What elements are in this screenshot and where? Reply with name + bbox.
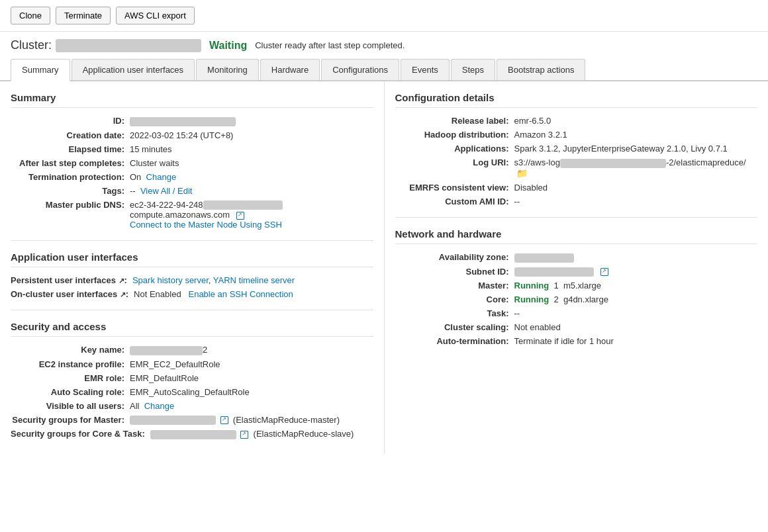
core-value: Running 2 g4dn.xlarge	[514, 294, 758, 304]
ssh-connect-link[interactable]: Connect to the Master Node Using SSH	[130, 220, 282, 230]
cluster-id-blur	[56, 39, 201, 52]
auto-termination-row: Auto-termination: Terminate if idle for …	[395, 336, 758, 346]
aws-cli-button[interactable]: AWS CLI export	[116, 7, 195, 24]
enable-ssh-link[interactable]: Enable an SSH Connection	[188, 289, 293, 299]
release-label-row: Release label: emr-6.5.0	[395, 116, 758, 126]
subnet-row: Subnet ID:	[395, 267, 758, 277]
elapsed-time-value: 15 minutes	[130, 144, 373, 154]
yarn-timeline-link[interactable]: YARN timeline server	[213, 275, 295, 285]
terminate-button[interactable]: Terminate	[56, 7, 111, 24]
tab-app-interfaces[interactable]: Application user interfaces	[72, 59, 195, 80]
custom-ami-value: --	[514, 197, 758, 206]
summary-section-title: Summary	[11, 92, 373, 108]
cluster-status-waiting: Waiting	[209, 40, 247, 52]
termination-change-link[interactable]: Change	[146, 172, 177, 182]
az-blur	[514, 253, 574, 263]
release-label-key: Release label:	[395, 116, 514, 126]
master-dns-row: Master public DNS: ec2-34-222-94-248comp…	[11, 200, 373, 230]
log-uri-folder-icon: 📁	[516, 168, 528, 179]
ec2-profile-row: EC2 instance profile: EMR_EC2_DefaultRol…	[11, 359, 373, 369]
summary-divider	[11, 240, 373, 241]
termination-protection-value: On Change	[130, 172, 373, 182]
tags-label: Tags:	[11, 186, 130, 196]
log-uri-value: s3://aws-log-2/elasticmapreduce/ 📁	[514, 157, 758, 179]
security-groups-master-row: Security groups for Master: (ElasticMapR…	[11, 415, 373, 425]
emrfs-value: Disabled	[514, 183, 758, 193]
cluster-status-description: Cluster ready after last step completed.	[255, 40, 405, 50]
termination-protection-row: Termination protection: On Change	[11, 172, 373, 182]
visible-change-link[interactable]: Change	[144, 401, 175, 411]
tab-bootstrap-actions[interactable]: Bootstrap actions	[497, 59, 585, 80]
task-key: Task:	[395, 308, 514, 318]
network-section-title: Network and hardware	[395, 228, 758, 244]
master-running-badge: Running	[514, 281, 550, 290]
core-row: Core: Running 2 g4dn.xlarge	[395, 294, 758, 304]
key-name-value: 2	[130, 345, 373, 355]
on-cluster-ui-value: Not Enabled Enable an SSH Connection	[134, 289, 373, 299]
master-dns-blur	[203, 200, 283, 210]
summary-table: ID: Creation date: 2022-03-02 15:24 (UTC…	[11, 116, 373, 230]
app-divider	[11, 310, 373, 310]
spark-history-link[interactable]: Spark history server	[132, 275, 209, 285]
app-interfaces-table: Persistent user interfaces ↗: Spark hist…	[11, 275, 373, 299]
core-key: Core:	[395, 294, 514, 304]
config-section-title: Configuration details	[395, 92, 758, 108]
tab-hardware[interactable]: Hardware	[260, 59, 320, 80]
custom-ami-key: Custom AMI ID:	[395, 197, 514, 206]
on-cluster-ui-label: On-cluster user interfaces ↗:	[11, 289, 134, 299]
log-uri-row: Log URI: s3://aws-log-2/elasticmapreduce…	[395, 157, 758, 179]
after-last-step-row: After last step completes: Cluster waits	[11, 158, 373, 168]
tags-value: -- View All / Edit	[130, 186, 373, 196]
elapsed-time-label: Elapsed time:	[11, 144, 130, 154]
applications-key: Applications:	[395, 144, 514, 154]
security-core-blur	[150, 430, 236, 439]
auto-scaling-role-value: EMR_AutoScaling_DefaultRole	[130, 387, 373, 397]
subnet-external-icon[interactable]	[600, 268, 608, 276]
tab-monitoring[interactable]: Monitoring	[196, 59, 259, 80]
master-value: Running 1 m5.xlarge	[514, 281, 758, 290]
key-name-blur	[130, 346, 203, 355]
auto-scaling-role-label: Auto Scaling role:	[11, 387, 130, 397]
emr-role-label: EMR role:	[11, 373, 130, 383]
emrfs-row: EMRFS consistent view: Disabled	[395, 183, 758, 193]
security-groups-master-label: Security groups for Master:	[11, 415, 130, 425]
auto-termination-key: Auto-termination:	[395, 336, 514, 346]
auto-scaling-role-row: Auto Scaling role: EMR_AutoScaling_Defau…	[11, 387, 373, 397]
id-label: ID:	[11, 116, 130, 126]
tabs-bar: Summary Application user interfaces Moni…	[0, 59, 768, 81]
visible-all-label: Visible to all users:	[11, 401, 130, 411]
view-all-tags-link[interactable]: View All / Edit	[140, 186, 193, 196]
id-blur	[130, 117, 236, 126]
master-dns-label: Master public DNS:	[11, 200, 130, 210]
tab-events[interactable]: Events	[401, 59, 450, 80]
termination-protection-label: Termination protection:	[11, 172, 130, 182]
security-master-blur	[130, 416, 216, 425]
main-content: Summary ID: Creation date: 2022-03-02 15…	[0, 81, 768, 454]
security-core-external-icon[interactable]	[240, 431, 248, 439]
visible-all-value: All Change	[130, 401, 373, 411]
az-value	[514, 252, 758, 263]
master-row: Master: Running 1 m5.xlarge	[395, 281, 758, 290]
tab-steps[interactable]: Steps	[451, 59, 495, 80]
master-dns-value: ec2-34-222-94-248compute.amazonaws.com C…	[130, 200, 373, 230]
creation-date-label: Creation date:	[11, 130, 130, 140]
creation-date-row: Creation date: 2022-03-02 15:24 (UTC+8)	[11, 130, 373, 140]
az-row: Availability zone:	[395, 252, 758, 263]
master-key: Master:	[395, 281, 514, 290]
clone-button[interactable]: Clone	[11, 7, 50, 24]
tab-configurations[interactable]: Configurations	[321, 59, 399, 80]
elapsed-time-row: Elapsed time: 15 minutes	[11, 144, 373, 154]
subnet-key: Subnet ID:	[395, 267, 514, 277]
release-label-value: emr-6.5.0	[514, 116, 758, 126]
task-row: Task: --	[395, 308, 758, 318]
after-last-step-value: Cluster waits	[130, 158, 373, 168]
emr-role-value: EMR_DefaultRole	[130, 373, 373, 383]
top-bar: Clone Terminate AWS CLI export	[0, 0, 768, 32]
master-dns-external-icon[interactable]	[236, 212, 244, 220]
security-master-external-icon[interactable]	[220, 416, 228, 424]
custom-ami-row: Custom AMI ID: --	[395, 197, 758, 206]
persistent-ui-label: Persistent user interfaces ↗:	[11, 275, 132, 285]
tab-summary[interactable]: Summary	[11, 59, 70, 81]
ec2-profile-value: EMR_EC2_DefaultRole	[130, 359, 373, 369]
subnet-blur	[514, 267, 594, 277]
